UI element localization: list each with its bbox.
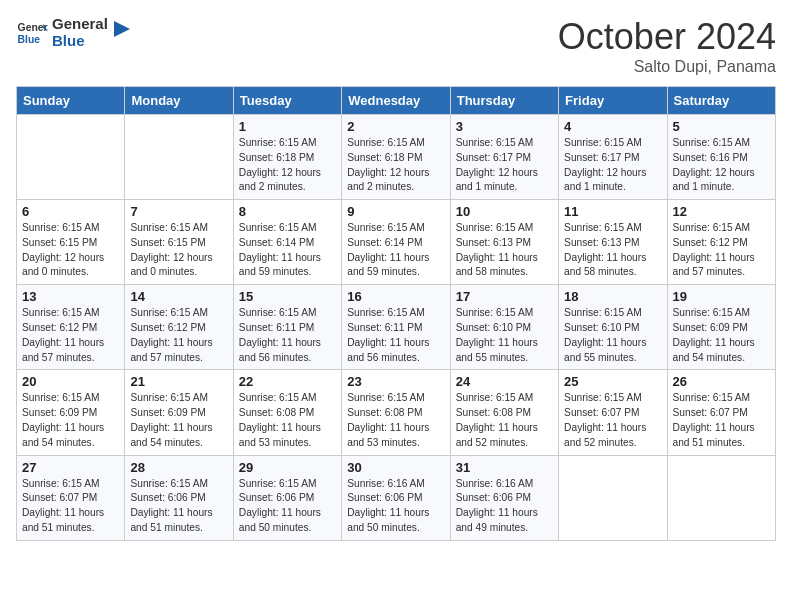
calendar-header-row: SundayMondayTuesdayWednesdayThursdayFrid…: [17, 87, 776, 115]
calendar-cell: 3Sunrise: 6:15 AM Sunset: 6:17 PM Daylig…: [450, 115, 558, 200]
calendar-cell: 17Sunrise: 6:15 AM Sunset: 6:10 PM Dayli…: [450, 285, 558, 370]
day-number: 14: [130, 289, 227, 304]
day-info: Sunrise: 6:16 AM Sunset: 6:06 PM Dayligh…: [456, 477, 553, 536]
day-info: Sunrise: 6:15 AM Sunset: 6:12 PM Dayligh…: [22, 306, 119, 365]
day-number: 31: [456, 460, 553, 475]
day-info: Sunrise: 6:15 AM Sunset: 6:09 PM Dayligh…: [130, 391, 227, 450]
day-info: Sunrise: 6:15 AM Sunset: 6:10 PM Dayligh…: [564, 306, 661, 365]
calendar-cell: 29Sunrise: 6:15 AM Sunset: 6:06 PM Dayli…: [233, 455, 341, 540]
logo-flag-icon: [112, 19, 132, 47]
day-info: Sunrise: 6:15 AM Sunset: 6:17 PM Dayligh…: [456, 136, 553, 195]
month-title: October 2024: [558, 16, 776, 58]
location-subtitle: Salto Dupi, Panama: [558, 58, 776, 76]
logo-general: General: [52, 15, 108, 32]
day-info: Sunrise: 6:15 AM Sunset: 6:18 PM Dayligh…: [239, 136, 336, 195]
col-header-monday: Monday: [125, 87, 233, 115]
logo-icon: General Blue: [16, 17, 48, 49]
calendar-cell: 25Sunrise: 6:15 AM Sunset: 6:07 PM Dayli…: [559, 370, 667, 455]
calendar-cell: 4Sunrise: 6:15 AM Sunset: 6:17 PM Daylig…: [559, 115, 667, 200]
day-info: Sunrise: 6:15 AM Sunset: 6:13 PM Dayligh…: [456, 221, 553, 280]
day-number: 7: [130, 204, 227, 219]
day-info: Sunrise: 6:15 AM Sunset: 6:07 PM Dayligh…: [564, 391, 661, 450]
day-info: Sunrise: 6:15 AM Sunset: 6:08 PM Dayligh…: [239, 391, 336, 450]
day-info: Sunrise: 6:15 AM Sunset: 6:14 PM Dayligh…: [239, 221, 336, 280]
day-number: 10: [456, 204, 553, 219]
day-number: 5: [673, 119, 770, 134]
calendar-cell: 21Sunrise: 6:15 AM Sunset: 6:09 PM Dayli…: [125, 370, 233, 455]
calendar-cell: 23Sunrise: 6:15 AM Sunset: 6:08 PM Dayli…: [342, 370, 450, 455]
day-info: Sunrise: 6:15 AM Sunset: 6:16 PM Dayligh…: [673, 136, 770, 195]
day-info: Sunrise: 6:15 AM Sunset: 6:07 PM Dayligh…: [673, 391, 770, 450]
calendar-body: 1Sunrise: 6:15 AM Sunset: 6:18 PM Daylig…: [17, 115, 776, 541]
day-number: 21: [130, 374, 227, 389]
day-info: Sunrise: 6:15 AM Sunset: 6:08 PM Dayligh…: [347, 391, 444, 450]
day-number: 17: [456, 289, 553, 304]
day-info: Sunrise: 6:15 AM Sunset: 6:09 PM Dayligh…: [22, 391, 119, 450]
day-info: Sunrise: 6:15 AM Sunset: 6:11 PM Dayligh…: [347, 306, 444, 365]
day-number: 6: [22, 204, 119, 219]
page-header: General Blue General Blue October 2024 S…: [16, 16, 776, 76]
calendar-cell: 13Sunrise: 6:15 AM Sunset: 6:12 PM Dayli…: [17, 285, 125, 370]
calendar-cell: 10Sunrise: 6:15 AM Sunset: 6:13 PM Dayli…: [450, 200, 558, 285]
calendar-cell: 11Sunrise: 6:15 AM Sunset: 6:13 PM Dayli…: [559, 200, 667, 285]
col-header-thursday: Thursday: [450, 87, 558, 115]
day-number: 22: [239, 374, 336, 389]
day-number: 30: [347, 460, 444, 475]
day-info: Sunrise: 6:15 AM Sunset: 6:10 PM Dayligh…: [456, 306, 553, 365]
day-number: 4: [564, 119, 661, 134]
day-number: 27: [22, 460, 119, 475]
calendar-cell: 6Sunrise: 6:15 AM Sunset: 6:15 PM Daylig…: [17, 200, 125, 285]
day-info: Sunrise: 6:15 AM Sunset: 6:15 PM Dayligh…: [22, 221, 119, 280]
day-number: 20: [22, 374, 119, 389]
day-info: Sunrise: 6:15 AM Sunset: 6:17 PM Dayligh…: [564, 136, 661, 195]
day-info: Sunrise: 6:15 AM Sunset: 6:08 PM Dayligh…: [456, 391, 553, 450]
title-block: October 2024 Salto Dupi, Panama: [558, 16, 776, 76]
calendar-cell: 20Sunrise: 6:15 AM Sunset: 6:09 PM Dayli…: [17, 370, 125, 455]
day-number: 29: [239, 460, 336, 475]
calendar-cell: 1Sunrise: 6:15 AM Sunset: 6:18 PM Daylig…: [233, 115, 341, 200]
calendar-cell: 28Sunrise: 6:15 AM Sunset: 6:06 PM Dayli…: [125, 455, 233, 540]
calendar-week-row: 1Sunrise: 6:15 AM Sunset: 6:18 PM Daylig…: [17, 115, 776, 200]
day-info: Sunrise: 6:16 AM Sunset: 6:06 PM Dayligh…: [347, 477, 444, 536]
day-info: Sunrise: 6:15 AM Sunset: 6:12 PM Dayligh…: [130, 306, 227, 365]
col-header-saturday: Saturday: [667, 87, 775, 115]
calendar-cell: 9Sunrise: 6:15 AM Sunset: 6:14 PM Daylig…: [342, 200, 450, 285]
calendar-week-row: 6Sunrise: 6:15 AM Sunset: 6:15 PM Daylig…: [17, 200, 776, 285]
day-number: 24: [456, 374, 553, 389]
logo-blue: Blue: [52, 32, 85, 49]
calendar-cell: 7Sunrise: 6:15 AM Sunset: 6:15 PM Daylig…: [125, 200, 233, 285]
day-number: 8: [239, 204, 336, 219]
col-header-tuesday: Tuesday: [233, 87, 341, 115]
day-number: 3: [456, 119, 553, 134]
day-number: 9: [347, 204, 444, 219]
day-number: 25: [564, 374, 661, 389]
day-number: 18: [564, 289, 661, 304]
calendar-cell: 31Sunrise: 6:16 AM Sunset: 6:06 PM Dayli…: [450, 455, 558, 540]
calendar-cell: 24Sunrise: 6:15 AM Sunset: 6:08 PM Dayli…: [450, 370, 558, 455]
col-header-sunday: Sunday: [17, 87, 125, 115]
calendar-cell: 26Sunrise: 6:15 AM Sunset: 6:07 PM Dayli…: [667, 370, 775, 455]
calendar-table: SundayMondayTuesdayWednesdayThursdayFrid…: [16, 86, 776, 541]
calendar-cell: 16Sunrise: 6:15 AM Sunset: 6:11 PM Dayli…: [342, 285, 450, 370]
day-info: Sunrise: 6:15 AM Sunset: 6:06 PM Dayligh…: [239, 477, 336, 536]
day-info: Sunrise: 6:15 AM Sunset: 6:15 PM Dayligh…: [130, 221, 227, 280]
logo: General Blue General Blue: [16, 16, 132, 49]
day-number: 15: [239, 289, 336, 304]
day-info: Sunrise: 6:15 AM Sunset: 6:07 PM Dayligh…: [22, 477, 119, 536]
day-info: Sunrise: 6:15 AM Sunset: 6:14 PM Dayligh…: [347, 221, 444, 280]
day-info: Sunrise: 6:15 AM Sunset: 6:09 PM Dayligh…: [673, 306, 770, 365]
calendar-cell: 19Sunrise: 6:15 AM Sunset: 6:09 PM Dayli…: [667, 285, 775, 370]
calendar-cell: 30Sunrise: 6:16 AM Sunset: 6:06 PM Dayli…: [342, 455, 450, 540]
day-info: Sunrise: 6:15 AM Sunset: 6:06 PM Dayligh…: [130, 477, 227, 536]
calendar-cell: [667, 455, 775, 540]
day-info: Sunrise: 6:15 AM Sunset: 6:13 PM Dayligh…: [564, 221, 661, 280]
day-number: 23: [347, 374, 444, 389]
calendar-cell: [125, 115, 233, 200]
calendar-cell: 12Sunrise: 6:15 AM Sunset: 6:12 PM Dayli…: [667, 200, 775, 285]
calendar-week-row: 27Sunrise: 6:15 AM Sunset: 6:07 PM Dayli…: [17, 455, 776, 540]
calendar-cell: 27Sunrise: 6:15 AM Sunset: 6:07 PM Dayli…: [17, 455, 125, 540]
day-info: Sunrise: 6:15 AM Sunset: 6:18 PM Dayligh…: [347, 136, 444, 195]
day-number: 12: [673, 204, 770, 219]
calendar-week-row: 20Sunrise: 6:15 AM Sunset: 6:09 PM Dayli…: [17, 370, 776, 455]
day-number: 28: [130, 460, 227, 475]
